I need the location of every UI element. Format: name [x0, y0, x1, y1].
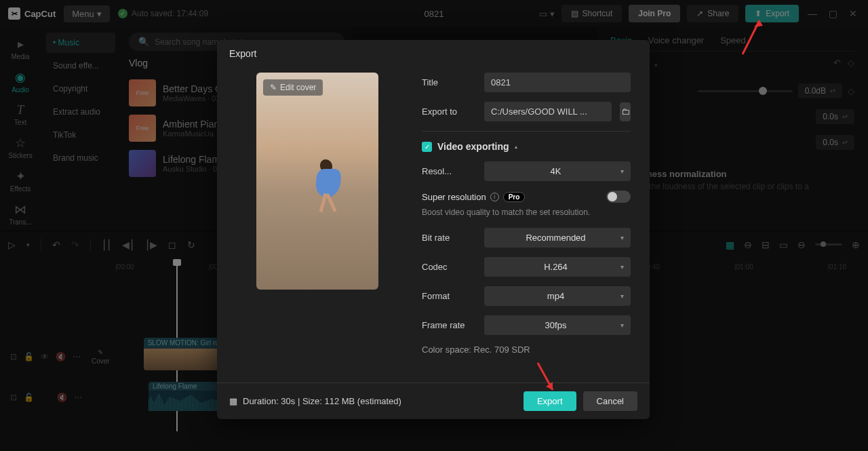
export-dialog: Export ✎ Edit cover Title Export to 🗀: [217, 40, 650, 419]
framerate-select[interactable]: 30fps▾: [484, 315, 631, 335]
pencil-icon: ✎: [270, 83, 277, 92]
chevron-down-icon: ▾: [620, 168, 624, 175]
title-input[interactable]: [484, 73, 631, 92]
super-resolution-toggle[interactable]: [606, 191, 631, 203]
dialog-export-button[interactable]: Export: [524, 391, 576, 411]
codec-select[interactable]: H.264▾: [484, 257, 631, 277]
video-export-checkbox[interactable]: ✓: [422, 142, 432, 152]
folder-icon: 🗀: [621, 106, 630, 117]
browse-folder-button[interactable]: 🗀: [620, 102, 631, 121]
export-info: Duration: 30s | Size: 112 MB (estimated): [243, 396, 401, 406]
edit-cover-button[interactable]: ✎ Edit cover: [263, 79, 323, 96]
collapse-icon[interactable]: ▴: [515, 144, 517, 150]
info-icon[interactable]: i: [490, 193, 499, 201]
dialog-title: Export: [217, 40, 650, 67]
color-space-text: Color space: Rec. 709 SDR: [422, 345, 631, 355]
bitrate-select[interactable]: Recommended▾: [484, 228, 631, 248]
dialog-cancel-button[interactable]: Cancel: [583, 391, 637, 411]
format-select[interactable]: mp4▾: [484, 286, 631, 306]
cover-preview: ✎ Edit cover: [256, 73, 378, 290]
pro-badge: Pro: [503, 192, 526, 202]
film-icon: ▦: [229, 396, 237, 406]
export-path-input[interactable]: [484, 102, 612, 121]
resolution-select[interactable]: 4K▾: [484, 161, 631, 181]
